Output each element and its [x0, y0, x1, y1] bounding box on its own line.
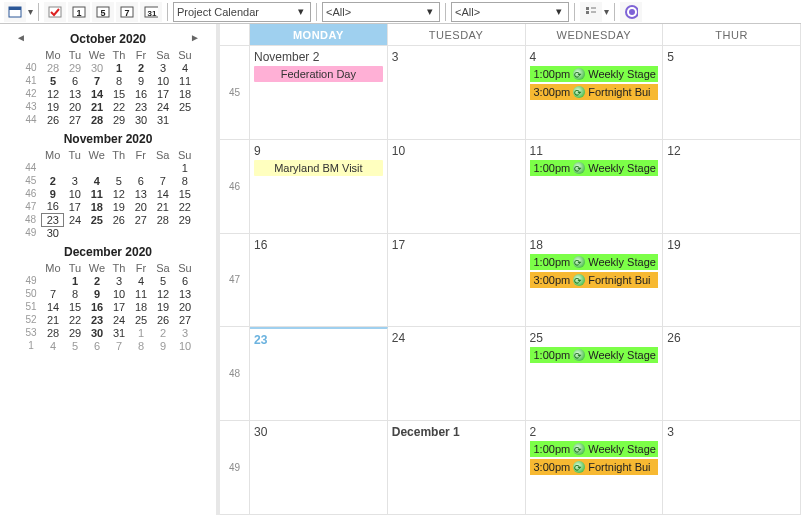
- mini-day[interactable]: 22: [64, 313, 86, 326]
- mini-day[interactable]: 29: [174, 213, 196, 226]
- mini-day[interactable]: 24: [64, 213, 86, 226]
- mini-day[interactable]: 27: [174, 313, 196, 326]
- today-check-icon[interactable]: [44, 2, 66, 22]
- mini-day[interactable]: 20: [174, 300, 196, 313]
- calendar-select[interactable]: Project Calendar ▾: [173, 2, 311, 22]
- mini-day[interactable]: [108, 226, 130, 239]
- mini-day[interactable]: 24: [152, 100, 174, 113]
- day-cell[interactable]: 10: [388, 140, 526, 233]
- mini-day[interactable]: 23: [42, 213, 64, 226]
- calendar-event[interactable]: 1:00pmWeekly Stage: [530, 254, 659, 270]
- mini-day[interactable]: 25: [86, 213, 108, 226]
- mini-day[interactable]: 21: [86, 100, 108, 113]
- mini-day[interactable]: 17: [108, 300, 130, 313]
- mini-day[interactable]: 13: [130, 187, 152, 200]
- mini-day[interactable]: [108, 161, 130, 174]
- mini-calendar[interactable]: ◄October 2020►MoTuWeThFrSaSu402829301234…: [10, 30, 206, 126]
- help-icon[interactable]: [620, 2, 642, 22]
- filter2-select[interactable]: <All> ▾: [451, 2, 569, 22]
- mini-day[interactable]: 5: [64, 339, 86, 352]
- mini-day[interactable]: [86, 226, 108, 239]
- mini-day[interactable]: 15: [174, 187, 196, 200]
- mini-day[interactable]: [174, 113, 196, 126]
- day-cell[interactable]: November 2Federation Day: [250, 46, 388, 139]
- mini-day[interactable]: 4: [86, 174, 108, 187]
- mini-day[interactable]: [64, 226, 86, 239]
- mini-day[interactable]: 3: [108, 274, 130, 287]
- day-cell[interactable]: December 1: [388, 421, 526, 514]
- mini-day[interactable]: 9: [152, 339, 174, 352]
- mini-day[interactable]: 2: [42, 174, 64, 187]
- mini-day[interactable]: 25: [130, 313, 152, 326]
- mini-day[interactable]: 1: [174, 161, 196, 174]
- mini-day[interactable]: [130, 226, 152, 239]
- day-cell[interactable]: 17: [388, 234, 526, 327]
- mini-day[interactable]: 18: [174, 87, 196, 100]
- day-cell[interactable]: 3: [663, 421, 801, 514]
- mini-day[interactable]: 24: [108, 313, 130, 326]
- mini-day[interactable]: 29: [64, 61, 86, 74]
- mini-day[interactable]: 16: [42, 200, 64, 213]
- mini-day[interactable]: 31: [108, 326, 130, 339]
- mini-day[interactable]: 3: [174, 326, 196, 339]
- day-cell[interactable]: 12: [663, 140, 801, 233]
- mini-day[interactable]: 1: [130, 326, 152, 339]
- mini-day[interactable]: 27: [64, 113, 86, 126]
- view-1day-icon[interactable]: 1: [68, 2, 90, 22]
- day-cell[interactable]: 5: [663, 46, 801, 139]
- mini-day[interactable]: 4: [42, 339, 64, 352]
- mini-day[interactable]: 1: [108, 61, 130, 74]
- mini-day[interactable]: 10: [108, 287, 130, 300]
- mini-day[interactable]: 27: [130, 213, 152, 226]
- mini-day[interactable]: [64, 161, 86, 174]
- mini-day[interactable]: 28: [42, 326, 64, 339]
- day-header[interactable]: THUR: [663, 24, 801, 45]
- mini-day[interactable]: 20: [64, 100, 86, 113]
- mini-day[interactable]: 15: [64, 300, 86, 313]
- mini-day[interactable]: 15: [108, 87, 130, 100]
- mini-day[interactable]: 26: [152, 313, 174, 326]
- day-header[interactable]: WEDNESDAY: [526, 24, 664, 45]
- mini-day[interactable]: 16: [86, 300, 108, 313]
- mini-day[interactable]: 6: [64, 74, 86, 87]
- dropdown-icon[interactable]: ▾: [604, 6, 609, 17]
- mini-day[interactable]: 5: [42, 74, 64, 87]
- mini-day[interactable]: 11: [130, 287, 152, 300]
- dropdown-icon[interactable]: ▾: [28, 6, 33, 17]
- mini-day[interactable]: 13: [174, 287, 196, 300]
- mini-day[interactable]: 14: [86, 87, 108, 100]
- day-cell[interactable]: 9Maryland BM Visit: [250, 140, 388, 233]
- mini-day[interactable]: 7: [42, 287, 64, 300]
- mini-day[interactable]: 16: [130, 87, 152, 100]
- calendar-event[interactable]: 1:00pmWeekly Stage: [530, 347, 659, 363]
- day-cell[interactable]: 251:00pmWeekly Stage: [526, 327, 664, 420]
- calendar-event[interactable]: 1:00pmWeekly Stage: [530, 441, 659, 457]
- mini-day[interactable]: 10: [64, 187, 86, 200]
- mini-day[interactable]: 8: [64, 287, 86, 300]
- mini-calendar[interactable]: November 2020MoTuWeThFrSaSu4414523456784…: [10, 130, 206, 239]
- next-month-icon[interactable]: ►: [190, 32, 200, 43]
- day-cell[interactable]: 19: [663, 234, 801, 327]
- mini-day[interactable]: [152, 161, 174, 174]
- mini-day[interactable]: 22: [108, 100, 130, 113]
- mini-day[interactable]: 26: [108, 213, 130, 226]
- mini-day[interactable]: 8: [130, 339, 152, 352]
- day-cell[interactable]: 16: [250, 234, 388, 327]
- mini-day[interactable]: 3: [152, 61, 174, 74]
- mini-day[interactable]: 28: [152, 213, 174, 226]
- options-icon[interactable]: [580, 2, 602, 22]
- mini-day[interactable]: 26: [42, 113, 64, 126]
- mini-day[interactable]: 18: [130, 300, 152, 313]
- mini-day[interactable]: 12: [42, 87, 64, 100]
- mini-day[interactable]: 5: [108, 174, 130, 187]
- mini-day[interactable]: 8: [108, 74, 130, 87]
- mini-day[interactable]: 12: [108, 187, 130, 200]
- mini-day[interactable]: 4: [174, 61, 196, 74]
- mini-calendar[interactable]: December 2020MoTuWeThFrSaSu4912345650789…: [10, 243, 206, 352]
- day-header[interactable]: TUESDAY: [388, 24, 526, 45]
- calendar-event[interactable]: 3:00pmFortnight Bui: [530, 84, 659, 100]
- mini-day[interactable]: [42, 161, 64, 174]
- mini-day[interactable]: 29: [108, 113, 130, 126]
- mini-day[interactable]: [152, 226, 174, 239]
- mini-day[interactable]: 9: [130, 74, 152, 87]
